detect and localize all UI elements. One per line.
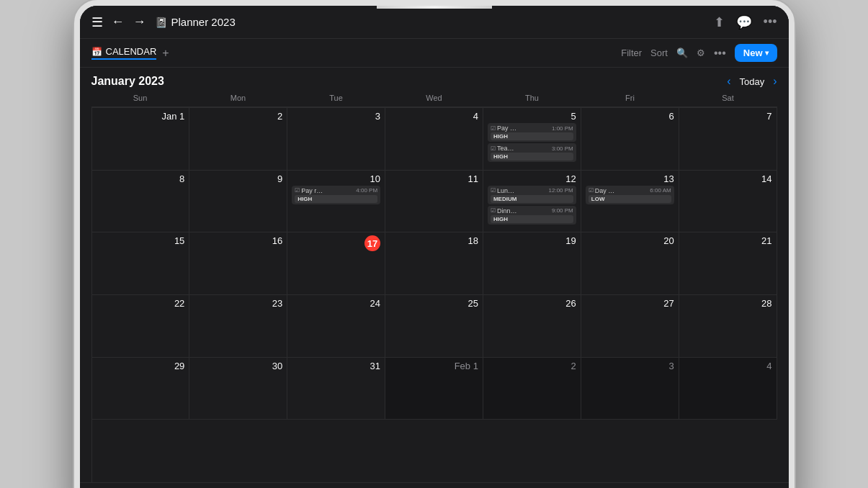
calendar-cell[interactable]: 18	[385, 232, 483, 295]
bottom-bar: 🔍 🔔 ✏ ↩ ↪	[80, 482, 789, 488]
date-number: Feb 1	[390, 361, 478, 371]
calendar-cell[interactable]: 4	[385, 108, 483, 171]
calendar-tab-label: CALENDAR	[106, 46, 157, 57]
calendar-cell[interactable]: 31	[287, 358, 385, 420]
event-item[interactable]: ☑ Lun…12:00 PMMEDIUM	[488, 186, 576, 204]
nav-bar: ☰ ← → 📓 Planner 2023 ⬆ 💬 •••	[80, 6, 789, 39]
calendar-cell[interactable]: 25	[385, 295, 483, 358]
settings-icon[interactable]: ⚙	[697, 48, 705, 58]
calendar-cell[interactable]: 16	[189, 232, 287, 295]
priority-badge: LOW	[589, 195, 671, 203]
sort-button[interactable]: Sort	[650, 48, 668, 58]
date-number: 12	[488, 173, 576, 184]
calendar-cell[interactable]: 9	[189, 171, 287, 233]
event-item[interactable]: ☑ Dinn…9:00 PMHIGH	[488, 206, 576, 225]
event-time: 9:00 PM	[552, 207, 573, 214]
date-number: 11	[390, 173, 478, 184]
toolbar-left: 📅 CALENDAR +	[91, 46, 616, 60]
date-number: 25	[390, 298, 478, 309]
calendar-cell[interactable]: 17	[287, 232, 385, 295]
next-month-button[interactable]: ›	[773, 75, 777, 88]
event-item[interactable]: ☑ Tea…3:00 PMHIGH	[488, 143, 576, 162]
event-time: 1:00 PM	[552, 125, 573, 132]
calendar-cell[interactable]: 26	[483, 295, 581, 358]
nav-title: 📓 Planner 2023	[155, 16, 236, 28]
calendar-cell[interactable]: Jan 1	[92, 108, 190, 171]
filter-button[interactable]: Filter	[621, 48, 642, 58]
event-time: 4:00 PM	[356, 187, 377, 194]
event-item[interactable]: ☑ Pay r…4:00 PMHIGH	[292, 186, 380, 204]
calendar-cell[interactable]: 8	[92, 171, 190, 233]
calendar-cell[interactable]: 28	[679, 295, 777, 358]
month-navigation: ‹ Today ›	[727, 75, 777, 88]
calendar-grid: Jan 12345☑ Pay …1:00 PMHIGH☑ Tea…3:00 PM…	[91, 107, 777, 482]
calendar-cell[interactable]: 3	[287, 108, 385, 171]
nav-left: ☰ ← → 📓 Planner 2023	[91, 14, 714, 30]
search-icon[interactable]: 🔍	[676, 48, 688, 58]
calendar-cell[interactable]: 24	[287, 295, 385, 358]
date-number: 19	[488, 235, 576, 246]
calendar-cell[interactable]: 12☑ Lun…12:00 PMMEDIUM☑ Dinn…9:00 PMHIGH	[483, 171, 581, 233]
calendar-cell[interactable]: 7	[679, 108, 777, 171]
calendar-cell[interactable]: 23	[189, 295, 287, 358]
priority-badge: HIGH	[491, 215, 573, 223]
today-button[interactable]: Today	[739, 76, 764, 87]
calendar-cell[interactable]: 6	[581, 108, 679, 171]
app-container: ☰ ← → 📓 Planner 2023 ⬆ 💬 ••• 📅 CALENDAR	[80, 6, 789, 488]
prev-month-button[interactable]: ‹	[727, 75, 730, 88]
date-number: 24	[292, 298, 380, 309]
calendar-cell[interactable]: 22	[92, 295, 190, 358]
date-number: 22	[97, 298, 185, 309]
calendar-cell[interactable]: 4	[679, 358, 777, 420]
calendar-cell[interactable]: Feb 1	[385, 358, 483, 420]
forward-icon[interactable]: →	[133, 14, 146, 30]
toolbar-right: Filter Sort 🔍 ⚙ ••• New ▾	[621, 44, 777, 62]
day-thu: Thu	[483, 92, 581, 104]
day-sun: Sun	[91, 92, 189, 104]
calendar-cell[interactable]: 29	[92, 358, 190, 420]
calendar-cell[interactable]: 10☑ Pay r…4:00 PMHIGH	[287, 171, 385, 233]
date-number: 15	[97, 235, 185, 246]
priority-badge: MEDIUM	[491, 195, 573, 203]
toolbar-more-icon[interactable]: •••	[714, 47, 726, 60]
new-button-chevron: ▾	[765, 49, 769, 57]
date-number: 2	[194, 111, 282, 122]
calendar-cell[interactable]: 2	[189, 108, 287, 171]
priority-badge: HIGH	[295, 195, 377, 203]
date-number: 4	[684, 361, 772, 371]
calendar-cell[interactable]: 3	[581, 358, 679, 420]
priority-badge: HIGH	[491, 132, 573, 140]
calendar-cell[interactable]: 27	[581, 295, 679, 358]
calendar-tab[interactable]: 📅 CALENDAR	[91, 46, 157, 60]
calendar-cell[interactable]: 21	[679, 232, 777, 295]
calendar-cell[interactable]: 20	[581, 232, 679, 295]
calendar-cell[interactable]: 11	[385, 171, 483, 233]
share-icon[interactable]: ⬆	[714, 14, 725, 30]
day-fri: Fri	[581, 92, 679, 104]
event-item[interactable]: ☑ Pay …1:00 PMHIGH	[488, 123, 576, 142]
date-number: 26	[488, 298, 576, 309]
calendar-cell[interactable]: 19	[483, 232, 581, 295]
month-title: January 2023	[91, 75, 164, 88]
calendar-cell[interactable]: 30	[189, 358, 287, 420]
calendar-cell[interactable]: 14	[679, 171, 777, 233]
event-name: ☑ Tea…	[491, 145, 514, 152]
comment-icon[interactable]: 💬	[736, 14, 752, 30]
calendar-cell[interactable]: 2	[483, 358, 581, 420]
date-number: 23	[194, 298, 282, 309]
back-icon[interactable]: ←	[112, 14, 125, 30]
calendar-cell[interactable]: 15	[92, 232, 190, 295]
date-number: 31	[292, 361, 380, 371]
event-time: 6:00 AM	[650, 187, 671, 194]
more-icon[interactable]: •••	[764, 14, 777, 30]
menu-icon[interactable]: ☰	[91, 14, 103, 30]
event-item[interactable]: ☑ Day …6:00 AMLOW	[586, 186, 674, 204]
add-view-button[interactable]: +	[162, 47, 169, 60]
new-button[interactable]: New ▾	[735, 44, 777, 62]
date-number: 6	[586, 111, 674, 122]
date-number: Jan 1	[97, 111, 185, 122]
notebook-icon: 📓	[155, 17, 167, 28]
date-number: 13	[586, 173, 674, 184]
calendar-cell[interactable]: 5☑ Pay …1:00 PMHIGH☑ Tea…3:00 PMHIGH	[483, 108, 581, 171]
calendar-cell[interactable]: 13☑ Day …6:00 AMLOW	[581, 171, 679, 233]
